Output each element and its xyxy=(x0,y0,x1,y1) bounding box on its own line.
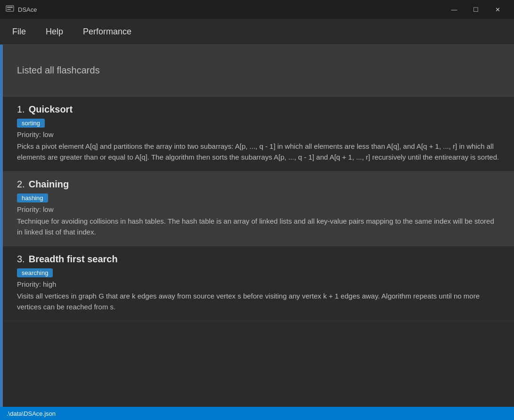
status-text: Listed all flashcards xyxy=(17,65,100,76)
close-button[interactable]: ✕ xyxy=(487,2,508,17)
title-bar: DSAce — ☐ ✕ xyxy=(0,0,514,19)
svg-rect-0 xyxy=(6,6,14,11)
main-content: Listed all flashcards 1.Quicksort sortin… xyxy=(3,45,514,407)
flashcard-number: 3. xyxy=(17,254,25,264)
svg-rect-1 xyxy=(7,7,13,8)
svg-rect-2 xyxy=(7,9,11,10)
flashcard-tag: sorting xyxy=(17,119,45,128)
flashcard-description: Technique for avoiding collisions in has… xyxy=(17,216,500,237)
status-bar-path: .\data\DSAce.json xyxy=(7,410,56,417)
flashcard-title: 2.Chaining xyxy=(17,179,500,190)
menu-file[interactable]: File xyxy=(9,25,29,39)
status-box: Listed all flashcards xyxy=(3,45,514,97)
flashcard-list[interactable]: 1.Quicksort sorting Priority: low Picks … xyxy=(3,97,514,407)
menu-bar: File Help Performance xyxy=(0,19,514,45)
window-controls: — ☐ ✕ xyxy=(443,2,508,17)
title-bar-left: DSAce xyxy=(6,5,37,14)
flashcard-tag: searching xyxy=(17,268,53,277)
flashcard-title: 1.Quicksort xyxy=(17,104,500,115)
flashcard-description: Visits all vertices in graph G that are … xyxy=(17,291,500,312)
flashcard-number: 1. xyxy=(17,104,25,114)
flashcard-item[interactable]: 3.Breadth first search searching Priorit… xyxy=(3,246,514,321)
menu-help[interactable]: Help xyxy=(43,25,66,39)
menu-performance[interactable]: Performance xyxy=(80,25,134,39)
maximize-button[interactable]: ☐ xyxy=(465,2,487,17)
flashcard-priority: Priority: low xyxy=(17,205,500,213)
flashcard-priority: Priority: high xyxy=(17,280,500,288)
flashcard-title: 3.Breadth first search xyxy=(17,254,500,265)
flashcard-item[interactable]: 1.Quicksort sorting Priority: low Picks … xyxy=(3,97,514,171)
flashcard-description: Picks a pivot element A[q] and partition… xyxy=(17,141,500,162)
app-title: DSAce xyxy=(18,6,37,13)
flashcard-number: 2. xyxy=(17,179,25,189)
flashcard-tag: hashing xyxy=(17,194,48,202)
status-bar: .\data\DSAce.json xyxy=(0,407,514,420)
content-area: Listed all flashcards 1.Quicksort sortin… xyxy=(0,45,514,407)
flashcard-item[interactable]: 2.Chaining hashing Priority: low Techniq… xyxy=(3,171,514,246)
flashcard-priority: Priority: low xyxy=(17,130,500,138)
app-icon xyxy=(6,5,14,14)
minimize-button[interactable]: — xyxy=(443,2,465,17)
